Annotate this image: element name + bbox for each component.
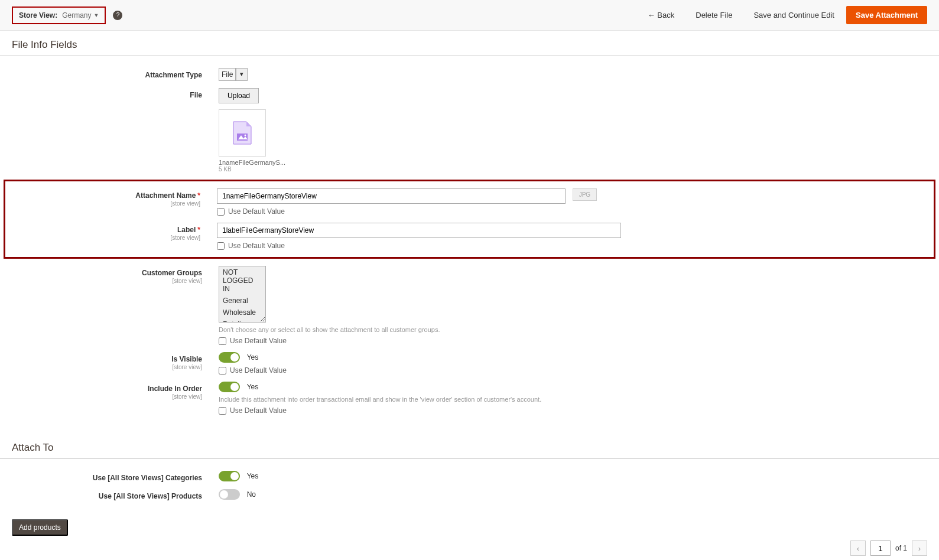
store-view-label: Store View: [19,11,57,19]
save-continue-button[interactable]: Save and Continue Edit [744,6,844,24]
list-item[interactable]: Wholesale [219,307,265,318]
customer-groups-scope: [store view] [12,278,202,284]
top-toolbar: Store View: Germany ▼ ? Back Delete File… [0,0,939,31]
list-item[interactable]: NOT LOGGED IN [219,266,265,295]
attachment-type-label: Attachment Type [145,71,202,79]
store-view-value[interactable]: Germany ▼ [62,11,99,19]
store-view-switcher[interactable]: Store View: Germany ▼ [12,6,106,24]
file-label: File [190,91,202,99]
prev-page-button[interactable]: ‹ [850,541,866,556]
next-page-button[interactable]: › [912,541,927,556]
page-of-label: of 1 [895,544,907,552]
label-field-label: Label [177,226,200,234]
use-all-categories-value: Yes [247,472,259,480]
use-default-label: Use Default Value [230,337,287,345]
label-input[interactable] [217,223,621,238]
use-all-categories-label: Use [All Store Views] Categories [93,474,202,482]
attachment-type-select[interactable]: File ▾ [219,68,248,81]
help-icon[interactable]: ? [113,11,122,20]
chevron-down-icon: ▼ [94,12,99,18]
is-visible-default-checkbox[interactable] [219,367,226,375]
use-all-products-value: No [247,490,256,499]
upload-button[interactable]: Upload [219,88,259,103]
page-number-input[interactable] [870,541,891,556]
file-extension-badge: jpg [573,188,597,201]
label-default-checkbox[interactable] [217,242,225,250]
attachment-name-scope: [store view] [10,200,200,207]
customer-groups-hint: Don't choose any or select all to show t… [219,326,644,333]
use-default-label: Use Default Value [230,406,287,415]
use-default-label: Use Default Value [228,207,285,216]
action-buttons: Back Delete File Save and Continue Edit … [638,6,927,24]
is-visible-toggle[interactable] [219,352,240,363]
attachment-name-default-checkbox[interactable] [217,208,225,216]
include-in-order-label: Include In Order [148,385,202,393]
customer-groups-label: Customer Groups [142,269,202,277]
svg-point-3 [245,135,246,136]
delete-file-button[interactable]: Delete File [686,6,742,24]
include-in-order-default-checkbox[interactable] [219,407,226,415]
include-in-order-scope: [store view] [12,393,202,400]
include-in-order-toggle[interactable] [219,382,240,392]
file-size-text: 5 KB [219,166,644,172]
customer-groups-default-checkbox[interactable] [219,337,226,345]
section-attach-to-title: Attach To [0,434,939,459]
is-visible-value: Yes [247,353,259,362]
attachment-name-label: Attachment Name [135,191,200,200]
label-field-scope: [store view] [10,235,200,241]
use-all-products-label: Use [All Store Views] Products [99,492,202,500]
is-visible-label: Is Visible [171,355,202,363]
use-all-categories-toggle[interactable] [219,471,240,481]
file-image-icon [232,121,252,145]
file-thumbnail[interactable] [219,109,266,157]
is-visible-scope: [store view] [12,364,202,370]
use-default-label: Use Default Value [228,242,285,250]
customer-groups-select[interactable]: NOT LOGGED IN General Wholesale Retailer [219,266,266,323]
use-all-products-toggle[interactable] [219,489,240,500]
back-button[interactable]: Back [638,6,684,24]
save-attachment-button[interactable]: Save Attachment [846,6,927,24]
add-products-button[interactable]: Add products [12,519,68,536]
include-in-order-hint: Include this attachment into order trans… [219,396,644,403]
file-name-text: 1nameFileGermanyS... [219,159,644,166]
pagination: ‹ of 1 › [0,536,939,560]
list-item[interactable]: Retailer [219,318,265,323]
use-default-label: Use Default Value [230,366,287,375]
section-file-info-title: File Info Fields [0,31,939,56]
attachment-name-input[interactable] [217,188,566,204]
include-in-order-value: Yes [247,383,259,391]
chevron-down-icon: ▾ [236,68,248,81]
highlighted-fields: Attachment Name [store view] jpg Use Def… [4,180,935,259]
list-item[interactable]: General [219,295,265,307]
